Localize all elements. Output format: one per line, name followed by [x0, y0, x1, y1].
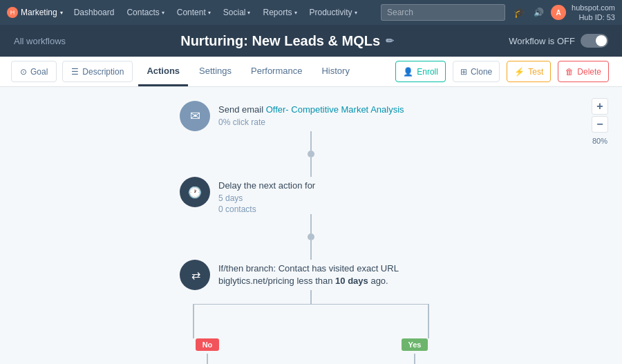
branch-title-prefix: If/then branch:	[218, 263, 279, 274]
breadcrumb-bar: All workflows Nurturing: New Leads & MQL…	[0, 25, 622, 57]
delete-icon: 🗑	[565, 67, 574, 77]
email-node-icon: ✉	[180, 101, 210, 131]
goal-label: Goal	[30, 67, 48, 77]
nav-items: Dashboard Contacts ▾ Content ▾ Social ▾ …	[68, 5, 374, 20]
test-icon: ⚡	[514, 67, 525, 77]
branch-title-suffix: ago.	[368, 276, 388, 286]
clone-button[interactable]: ⊞ Clone	[453, 61, 500, 82]
history-tab-label: History	[321, 66, 349, 76]
branch-yes-label: Yes	[402, 338, 428, 351]
delay-node-icon: 🕐	[180, 177, 210, 207]
search-input[interactable]	[381, 4, 505, 21]
tab-history[interactable]: History	[313, 57, 357, 86]
enroll-button[interactable]: 👤 Enroll	[395, 61, 446, 82]
connector-dot-2	[308, 233, 314, 240]
enroll-icon: 👤	[403, 67, 413, 77]
tabs-bar: ⊙ Goal ☰ Description Actions Settings Pe…	[0, 57, 622, 87]
branch-node-icon: ⇄	[180, 260, 210, 290]
yes-connector	[414, 354, 415, 364]
notifications-icon[interactable]: 🎓	[512, 6, 527, 19]
branch-no-label: No	[196, 338, 220, 351]
brand-caret: ▾	[60, 10, 63, 16]
node-email-subtitle: 0% click rate	[218, 117, 404, 127]
description-button[interactable]: ☰ Description	[62, 61, 133, 82]
zoom-out-button[interactable]: −	[592, 116, 608, 133]
nav-item-social[interactable]: Social ▾	[218, 5, 256, 20]
workflow-toggle-switch[interactable]	[581, 34, 608, 48]
goal-button[interactable]: ⊙ Goal	[11, 61, 57, 82]
performance-tab-label: Performance	[251, 66, 302, 76]
no-connector	[207, 354, 208, 364]
branch-yes: Yes ✓ Create a task Follow Up - Hot Lead	[346, 338, 484, 364]
edit-title-icon[interactable]: ✏	[386, 35, 394, 46]
breadcrumb-back[interactable]: All workflows	[14, 36, 66, 46]
nav-item-content[interactable]: Content ▾	[171, 5, 216, 20]
nav-item-contacts[interactable]: Contacts ▾	[121, 5, 169, 20]
workflow-title: Nurturing: New Leads & MQLs	[180, 33, 380, 49]
node-email-title: Send email Offer- Competitive Market Ana…	[218, 104, 404, 116]
settings-tab-label: Settings	[199, 66, 232, 76]
search-container	[381, 4, 505, 21]
node-email-content: Send email Offer- Competitive Market Ana…	[218, 101, 404, 127]
connector-line-1	[310, 131, 312, 151]
contacts-caret: ▾	[162, 10, 164, 16]
productivity-caret: ▾	[355, 10, 357, 16]
test-button[interactable]: ⚡ Test	[507, 61, 551, 82]
node-delay-contacts: 0 contacts	[218, 204, 315, 214]
node-delay-days: 5 days	[218, 193, 315, 203]
connector-dot-1	[308, 151, 314, 157]
brand-logo[interactable]: H Marketing ▾	[7, 7, 63, 18]
tab-performance[interactable]: Performance	[243, 57, 310, 86]
nav-right: 🎓 🔊 A hubspot.com Hub ID: 53	[512, 3, 615, 23]
branch-split: No ✉ Send email Thank you- Competitive M…	[111, 304, 511, 364]
content-caret: ▾	[208, 10, 211, 16]
top-navigation: H Marketing ▾ Dashboard Contacts ▾ Conte…	[0, 0, 622, 25]
connector-3	[310, 290, 312, 304]
branch-no: No ✉ Send email Thank you- Competitive M…	[138, 338, 276, 364]
node-delay-content: Delay the next action for 5 days 0 conta…	[218, 177, 315, 214]
workflow-canvas[interactable]: + − 80% ✉ Send email Offer- Competitive …	[0, 87, 622, 364]
toggle-knob	[596, 35, 607, 46]
node-delay[interactable]: 🕐 Delay the next action for 5 days 0 con…	[180, 177, 442, 214]
connector-line-3	[310, 290, 312, 304]
clone-icon: ⊞	[460, 67, 467, 77]
connector-2	[308, 214, 314, 260]
branch-svg-lines	[111, 304, 511, 338]
zoom-level: 80%	[592, 137, 607, 145]
description-label: Description	[82, 67, 124, 77]
reports-caret: ▾	[294, 10, 297, 16]
nav-item-dashboard[interactable]: Dashboard	[68, 5, 120, 20]
node-branch-content: If/then branch: Contact has visited exac…	[218, 260, 442, 287]
delete-button[interactable]: 🗑 Delete	[558, 61, 609, 82]
zoom-controls: + − 80%	[592, 98, 608, 145]
workflow-flow: ✉ Send email Offer- Competitive Market A…	[0, 87, 622, 364]
social-caret: ▾	[247, 10, 250, 16]
node-branch-title: If/then branch: Contact has visited exac…	[218, 262, 442, 287]
branch-cols: No ✉ Send email Thank you- Competitive M…	[111, 338, 511, 364]
workflow-toggle-container: Workflow is OFF	[509, 34, 608, 48]
connector-line-2b	[310, 240, 312, 260]
toggle-label: Workflow is OFF	[509, 36, 575, 46]
settings-icon[interactable]: 🔊	[532, 6, 545, 19]
tab-actions[interactable]: Actions	[138, 57, 188, 86]
avatar[interactable]: A	[551, 5, 566, 20]
node-email-link[interactable]: Offer- Competitive Market Analysis	[266, 104, 404, 115]
branch-title-bold: 10 days	[335, 276, 368, 286]
node-email-prefix: Send email	[218, 104, 266, 115]
node-send-email[interactable]: ✉ Send email Offer- Competitive Market A…	[180, 101, 442, 131]
nav-item-productivity[interactable]: Productivity ▾	[304, 5, 363, 20]
node-branch[interactable]: ⇄ If/then branch: Contact has visited ex…	[180, 260, 442, 290]
workflow-title-container: Nurturing: New Leads & MQLs ✏	[180, 33, 394, 49]
zoom-in-button[interactable]: +	[592, 98, 608, 115]
connector-line-2	[310, 214, 312, 233]
brand-label: Marketing	[21, 8, 57, 17]
node-delay-title: Delay the next action for	[218, 180, 315, 192]
tab-settings[interactable]: Settings	[191, 57, 240, 86]
actions-tab-label: Actions	[147, 66, 180, 76]
goal-icon: ⊙	[20, 67, 27, 77]
description-icon: ☰	[71, 67, 79, 77]
connector-line-1b	[310, 157, 312, 177]
nav-item-reports[interactable]: Reports ▾	[257, 5, 302, 20]
connector-1	[308, 131, 314, 177]
hubspot-info: hubspot.com Hub ID: 53	[572, 3, 615, 23]
